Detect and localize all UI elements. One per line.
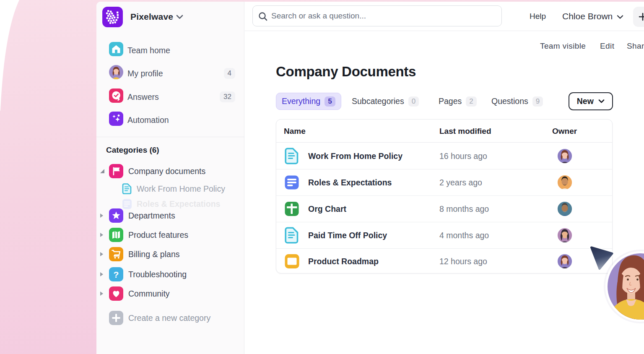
svg-text:?: ? xyxy=(114,270,119,279)
